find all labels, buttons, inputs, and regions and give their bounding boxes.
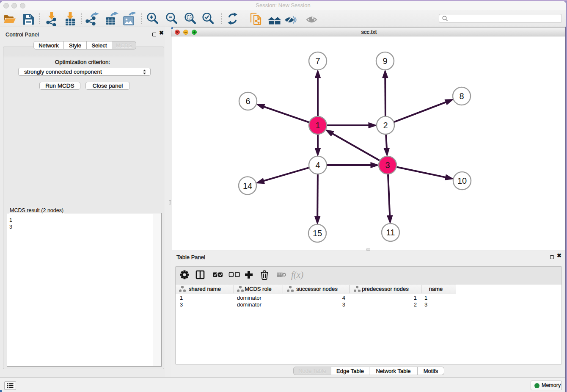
svg-text:1: 1 — [315, 121, 320, 130]
svg-text:10: 10 — [457, 176, 467, 185]
svg-text:8: 8 — [459, 91, 464, 101]
svg-text:7: 7 — [315, 56, 320, 66]
svg-text:f(x): f(x) — [291, 270, 303, 280]
svg-text:9: 9 — [383, 56, 387, 66]
svg-text:4: 4 — [315, 160, 320, 170]
svg-text:3: 3 — [385, 160, 390, 170]
svg-text:14: 14 — [243, 181, 252, 190]
svg-text:11: 11 — [386, 228, 395, 237]
svg-text:15: 15 — [313, 229, 322, 238]
svg-text:2: 2 — [383, 121, 388, 130]
svg-text:6: 6 — [245, 97, 250, 106]
